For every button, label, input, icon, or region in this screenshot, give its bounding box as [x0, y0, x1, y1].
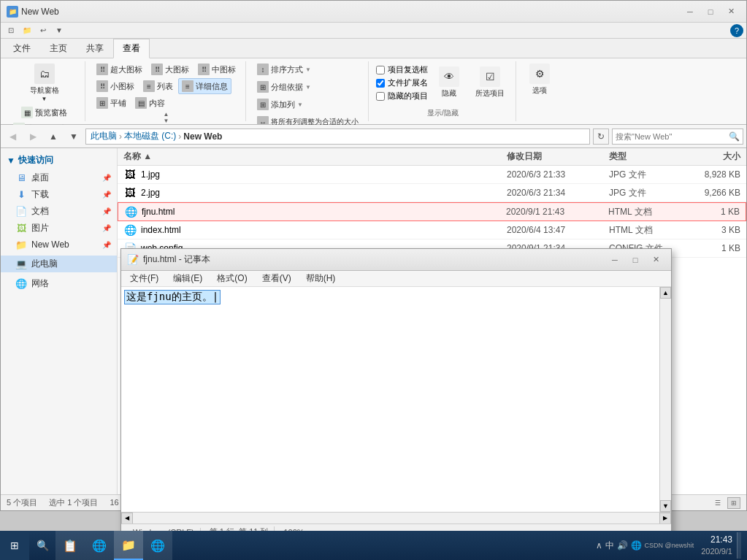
options-button[interactable]: ⚙ 选项	[524, 61, 555, 98]
col-size-header[interactable]: 大小	[682, 150, 740, 163]
task-view-button[interactable]: 📋	[55, 531, 85, 560]
sidebar-item-thispc[interactable]: 💻 此电脑	[1, 256, 117, 272]
tab-file[interactable]: 文件	[4, 39, 40, 58]
qat-new-folder-button[interactable]: 📁	[20, 24, 34, 37]
tab-share[interactable]: 共享	[77, 39, 113, 58]
file-icon-fjnu: 🌐	[124, 205, 137, 218]
show-desktop-button[interactable]	[737, 532, 741, 559]
hscroll-track	[133, 513, 659, 523]
file-name-fjnu: fjnu.html	[142, 207, 506, 217]
hide-button[interactable]: 👁 隐藏	[434, 64, 464, 101]
sidebar-item-documents[interactable]: 📄 文档 📌	[1, 203, 117, 220]
notepad-close-button[interactable]: ✕	[646, 253, 665, 267]
item-checkbox-row[interactable]: 项目复选框	[376, 64, 428, 75]
close-button[interactable]: ✕	[721, 4, 740, 19]
medium-icons-button[interactable]: ⠿中图标	[194, 61, 240, 77]
scroll-up-arrow[interactable]: ▲	[660, 287, 671, 299]
layout-expand-button[interactable]: ▲▼	[161, 111, 172, 124]
help-button[interactable]: ?	[730, 24, 743, 37]
taskbar-browser-button[interactable]: 🌐	[143, 531, 172, 560]
large-icons-button[interactable]: ⠿大图标	[148, 61, 193, 77]
tab-home[interactable]: 主页	[40, 39, 77, 58]
notepad-minimize-button[interactable]: ─	[605, 253, 624, 267]
search-input[interactable]	[616, 132, 726, 141]
forward-button[interactable]: ▶	[24, 128, 42, 145]
table-row[interactable]: 🖼 2.jpg 2020/6/3 21:34 JPG 文件 9,266 KB	[118, 184, 746, 202]
menu-view[interactable]: 查看(V)	[256, 271, 297, 286]
pin-icon-3: 📌	[102, 207, 111, 215]
notepad-maximize-button[interactable]: □	[626, 253, 645, 267]
tray-expand-icon[interactable]: ∧	[596, 540, 602, 551]
col-date-header[interactable]: 修改日期	[507, 150, 609, 163]
extra-large-icons-button[interactable]: ⠿超大图标	[93, 61, 146, 77]
group-by-button[interactable]: ⊞分组依据▼	[253, 79, 362, 95]
hidden-items-row[interactable]: 隐藏的项目	[376, 91, 428, 101]
qat-dropdown-button[interactable]: ▼	[52, 24, 66, 37]
window-title: New Web	[21, 7, 681, 17]
notepad-hscrollbar[interactable]: ◀ ▶	[121, 512, 671, 523]
list-button[interactable]: ≡列表	[139, 78, 177, 94]
notepad-textarea[interactable]: 这是fjnu的主页。|	[121, 287, 659, 512]
table-row[interactable]: 🖼 1.jpg 2020/6/3 21:33 JPG 文件 8,928 KB	[118, 166, 746, 184]
clock[interactable]: 21:43 2020/9/1	[701, 534, 732, 557]
menu-help[interactable]: 帮助(H)	[300, 271, 342, 286]
add-columns-button[interactable]: ⊞添加列▼	[253, 96, 362, 112]
sort-by-button[interactable]: ↕排序方式▼	[253, 61, 362, 77]
sidebar-item-pictures[interactable]: 🖼 图片 📌	[1, 220, 117, 237]
menu-file[interactable]: 文件(F)	[124, 271, 164, 286]
ribbon-group-current-view: ↕排序方式▼ ⊞分组依据▼ ⊞添加列▼ ↔将所有列调整为合适的大小 当前视图	[248, 61, 369, 121]
preview-pane-button[interactable]: ▦ 预览窗格	[18, 104, 71, 120]
taskbar-search-button[interactable]: 🔍	[29, 532, 55, 559]
details-button[interactable]: ≡详细信息	[178, 78, 231, 94]
sidebar-item-desktop[interactable]: 🖥 桌面 📌	[1, 169, 117, 186]
file-size-1jpg: 8,928 KB	[682, 169, 740, 180]
tab-view[interactable]: 查看	[113, 39, 150, 58]
tiles-view-button[interactable]: ⊞	[727, 497, 740, 509]
tiles-button[interactable]: ⊞平铺	[93, 95, 130, 111]
details-view-button[interactable]: ☰	[711, 497, 724, 509]
quick-access-header[interactable]: ▼ 快速访问	[1, 151, 117, 169]
tray-ime-icon[interactable]: 中	[605, 540, 614, 552]
minimize-button[interactable]: ─	[681, 4, 700, 19]
path-computer[interactable]: 此电脑	[91, 130, 117, 142]
sidebar-section-quick-access: ▼ 快速访问 🖥 桌面 📌 ⬇ 下载 📌 📄 文档 📌	[1, 151, 117, 253]
menu-edit[interactable]: 编辑(E)	[167, 271, 208, 286]
refresh-button[interactable]: ↻	[593, 129, 609, 145]
tray-network-icon[interactable]: 🌐	[631, 540, 642, 551]
col-name-header[interactable]: 名称 ▲	[123, 150, 507, 163]
qat-undo-button[interactable]: ↩	[36, 24, 50, 37]
tray-volume-icon[interactable]: 🔊	[617, 540, 628, 551]
small-icons-button[interactable]: ⠿小图标	[93, 78, 138, 94]
file-size-fjnu: 1 KB	[681, 207, 740, 217]
col-type-header[interactable]: 类型	[609, 150, 682, 163]
up-button[interactable]: ▲	[45, 128, 62, 145]
hscroll-right[interactable]: ▶	[659, 513, 671, 524]
recent-locations-button[interactable]: ▼	[65, 128, 83, 145]
hidden-items-check[interactable]	[376, 92, 385, 101]
sidebar-item-network[interactable]: 🌐 网络	[1, 275, 117, 292]
table-row[interactable]: 🌐 index.html 2020/6/4 13:47 HTML 文档 3 KB	[118, 221, 746, 239]
content-button[interactable]: ▤内容	[131, 95, 169, 111]
search-box[interactable]: 🔍	[612, 129, 743, 145]
qat-properties-button[interactable]: ⊡	[4, 24, 18, 37]
file-ext-row[interactable]: 文件扩展名	[376, 77, 428, 88]
start-button[interactable]: ⊞	[0, 531, 29, 560]
address-path[interactable]: 此电脑 › 本地磁盘 (C:) › New Web	[85, 129, 590, 145]
sidebar-item-downloads[interactable]: ⬇ 下载 📌	[1, 186, 117, 203]
file-extensions-check[interactable]	[376, 79, 385, 88]
scroll-down-arrow[interactable]: ▼	[660, 500, 671, 512]
sidebar-item-newweb[interactable]: 📁 New Web 📌	[1, 237, 117, 253]
taskbar-ie-button[interactable]: 🌐	[85, 531, 114, 560]
table-row-fjnu[interactable]: 🌐 fjnu.html 2020/9/1 21:43 HTML 文档 1 KB	[118, 202, 746, 221]
item-checkboxes-check[interactable]	[376, 66, 385, 74]
path-drive[interactable]: 本地磁盘 (C:)	[124, 130, 176, 142]
maximize-button[interactable]: □	[701, 4, 720, 19]
selected-items-button[interactable]: ☑ 所选项目	[470, 64, 510, 101]
notepad-scrollbar[interactable]: ▲ ▼	[659, 287, 671, 512]
taskbar-explorer-button[interactable]: 📁	[114, 531, 143, 560]
menu-format[interactable]: 格式(O)	[211, 271, 253, 286]
hscroll-left[interactable]: ◀	[121, 513, 133, 524]
back-button[interactable]: ◀	[4, 128, 21, 145]
navigation-pane-button[interactable]: 🗂 导航窗格 ▼	[25, 61, 64, 104]
hidden-items-label: 隐藏的项目	[388, 91, 428, 101]
